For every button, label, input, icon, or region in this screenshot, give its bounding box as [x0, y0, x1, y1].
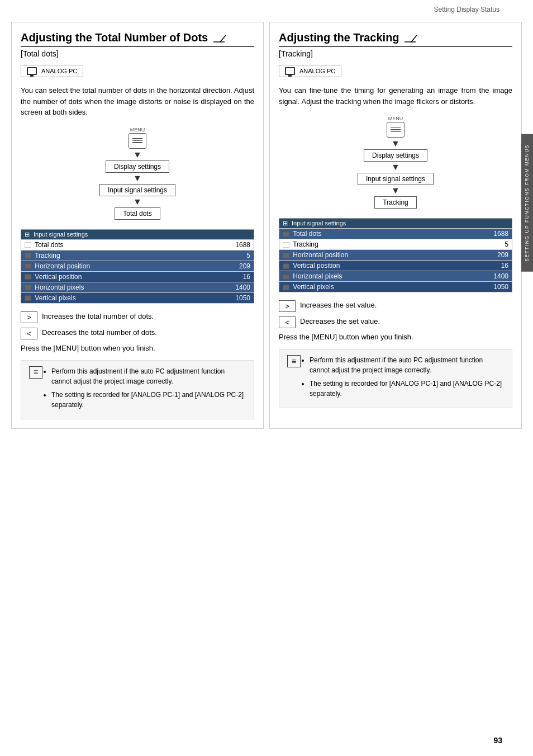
row-val-0: 1688 — [200, 239, 254, 250]
row-text-r0: Total dots — [293, 230, 321, 238]
flow-box-display: Display settings — [106, 160, 169, 173]
right-decrease-desc: Decreases the set value. — [300, 316, 380, 327]
svg-line-1 — [220, 35, 226, 42]
row-text-r1: Tracking — [293, 240, 318, 248]
right-subtitle-text: [Tracking] — [279, 49, 313, 58]
note-icon-right: ≡ — [287, 355, 301, 367]
right-title: Adjusting the Tracking — [279, 31, 512, 47]
right-analog-badge: ANALOG PC — [279, 65, 341, 77]
increase-symbol: > — [27, 313, 31, 322]
row-icon-1 — [25, 253, 31, 258]
increase-btn[interactable]: > — [21, 311, 37, 323]
row-text-4: Horizontal pixels — [35, 284, 84, 291]
left-menu-icon — [129, 133, 146, 149]
row-icon-r5 — [283, 285, 289, 290]
row-label-r2: Horizontal position — [279, 250, 458, 261]
flow-input-text: Input signal settings — [108, 186, 167, 194]
row-val-r1: 5 — [458, 239, 512, 250]
left-table: ⊞ Input signal settings Total dots 1688 … — [21, 229, 254, 304]
right-increase-btn[interactable]: > — [279, 300, 296, 312]
page-number: 93 — [493, 736, 502, 745]
left-table-icon: ⊞ — [25, 231, 30, 238]
row-icon-r2 — [283, 253, 289, 258]
side-tab-text: SETTING UP FUNCTIONS FROM MENUS — [524, 144, 530, 262]
table-row: Horizontal pixels 1400 — [21, 282, 254, 292]
right-menu-label: MENU — [388, 116, 403, 121]
flow-r-tracking-text: Tracking — [383, 199, 408, 206]
row-val-5: 1050 — [200, 292, 254, 303]
left-section: Adjusting the Total Number of Dots [Tota… — [11, 22, 264, 429]
right-menu-flow: MENU ▼ Display settings ▼ Input signal s… — [279, 116, 512, 209]
flow-box-r-tracking: Tracking — [374, 196, 417, 209]
right-decrease-symbol: < — [285, 318, 289, 327]
arrow-r2: ▼ — [391, 163, 400, 172]
table-row: Vertical pixels 1050 — [21, 292, 254, 303]
row-label: Horizontal position — [21, 261, 200, 271]
right-table-header-text: Input signal settings — [292, 220, 346, 226]
row-icon-5 — [25, 295, 31, 301]
left-press-text-span: Press the [MENU] button when you finish. — [21, 344, 155, 352]
left-btn-decrease: < Decreases the total number of dots. — [21, 328, 254, 339]
right-btn-decrease: < Decreases the set value. — [279, 316, 512, 328]
icon-line-2 — [132, 140, 142, 141]
right-increase-symbol: > — [285, 302, 289, 310]
right-menu-icon — [387, 122, 404, 138]
decrease-desc: Decreases the total number of dots. — [42, 328, 157, 338]
row-icon-white — [25, 242, 31, 248]
table-row: Tracking 5 — [279, 239, 512, 250]
row-val-text-r1: 5 — [505, 240, 508, 248]
row-label: Tracking — [21, 250, 200, 261]
right-decrease-btn[interactable]: < — [279, 316, 296, 328]
row-val-text-r3: 16 — [501, 262, 508, 270]
right-note-inner: ≡ Perform this adjustment if the auto PC… — [287, 355, 504, 402]
row-val-text-2: 209 — [239, 262, 250, 270]
row-label: Vertical position — [21, 271, 200, 282]
flow-total-text: Total dots — [123, 210, 151, 218]
left-press-text: Press the [MENU] button when you finish. — [21, 344, 254, 352]
flow-r-display-text: Display settings — [372, 152, 419, 159]
note-item-left-0: Perform this adjustment if the auto PC a… — [51, 366, 246, 386]
right-increase-desc: Increases the set value. — [300, 300, 377, 310]
left-title-text: Adjusting the Total Number of Dots — [21, 31, 208, 44]
row-icon-r4 — [283, 274, 289, 280]
left-btn-increase: > Increases the total number of dots. — [21, 311, 254, 323]
flow-r-input-text: Input signal settings — [366, 175, 425, 183]
decrease-symbol: < — [27, 329, 31, 338]
left-analog-text: ANALOG PC — [41, 68, 77, 74]
side-tab: SETTING UP FUNCTIONS FROM MENUS — [521, 134, 533, 272]
row-val-r2: 209 — [458, 250, 512, 261]
header-text: Setting Display Status — [434, 6, 499, 13]
row-label-r0: Total dots — [279, 229, 458, 239]
right-body: You can fine-tune the timing for generat… — [279, 85, 512, 107]
left-table-header-text: Input signal settings — [34, 231, 88, 238]
right-note-box: ≡ Perform this adjustment if the auto PC… — [279, 349, 512, 408]
row-label-r1: Tracking — [279, 239, 458, 250]
right-subtitle: [Tracking] — [279, 49, 512, 58]
row-icon-r1-white — [283, 242, 289, 248]
icon-line-3 — [132, 142, 142, 143]
note-text-left-0: Perform this adjustment if the auto PC a… — [51, 367, 225, 385]
right-table: ⊞ Input signal settings Total dots 1688 … — [279, 218, 512, 292]
row-val-text-3: 16 — [243, 273, 250, 281]
note-icon-left: ≡ — [29, 366, 42, 379]
row-val-1: 5 — [200, 250, 254, 261]
table-row: Horizontal position 209 — [21, 261, 254, 271]
left-note-inner: ≡ Perform this adjustment if the auto PC… — [29, 366, 246, 413]
right-press-text: Press the [MENU] button when you finish. — [279, 333, 512, 341]
decrease-btn[interactable]: < — [21, 328, 37, 339]
row-val-text-1: 5 — [246, 252, 250, 259]
row-text-0: Total dots — [35, 241, 63, 249]
left-table-header: ⊞ Input signal settings — [21, 229, 254, 239]
row-text-r2: Horizontal position — [293, 251, 348, 259]
left-subtitle-text: [Total dots] — [21, 49, 59, 58]
row-val-2: 209 — [200, 261, 254, 271]
arrow-2: ▼ — [133, 174, 142, 183]
note-list-left: Perform this adjustment if the auto PC a… — [51, 366, 246, 413]
table-row: Vertical pixels 1050 — [279, 282, 512, 292]
row-val-r4: 1400 — [458, 271, 512, 282]
arrow-r1: ▼ — [391, 139, 400, 148]
note-list-right: Perform this adjustment if the auto PC a… — [310, 355, 504, 402]
arrow-r3: ▼ — [391, 186, 400, 195]
row-val-text-0: 1688 — [235, 241, 250, 249]
row-text-2: Horizontal position — [35, 262, 90, 270]
